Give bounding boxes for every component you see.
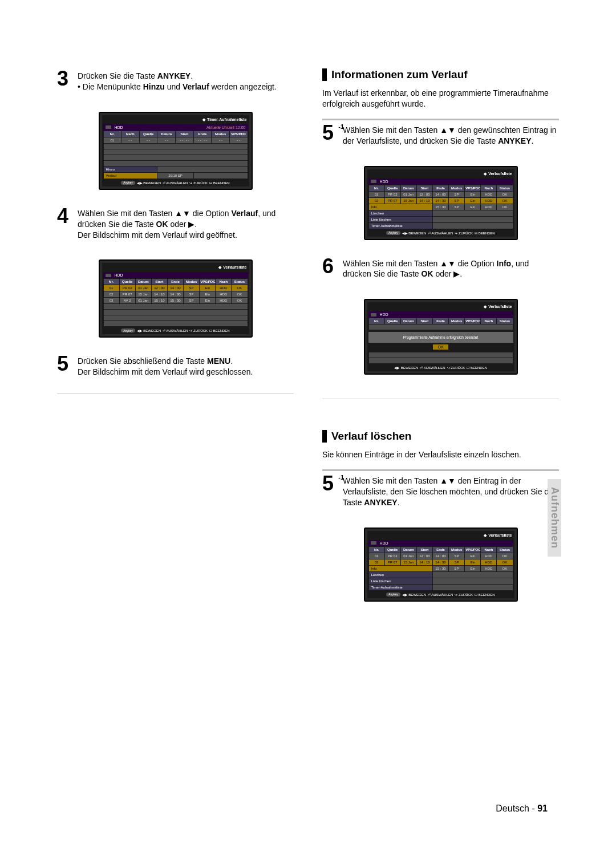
osd-history-message: Verlaufsliste HDD Nr. Quelle Datum Start… — [364, 299, 518, 375]
step-6: 6 Wählen Sie mit den Tasten ▲▼ die Optio… — [322, 256, 559, 280]
step-number: 4 — [57, 206, 74, 226]
ctx-timer-list[interactable]: Timer-Aufnahmeliste — [369, 585, 432, 590]
osd-history-list: Verlaufsliste HDD Nr. Quelle Datum Start… — [99, 259, 253, 338]
section-bar-icon — [322, 68, 327, 81]
step-5-left: 5 Drücken Sie abschließend die Taste MEN… — [57, 354, 294, 378]
step-text: Wählen Sie mit den Tasten ▲▼ den Eintrag… — [343, 473, 559, 508]
step-text: Drücken Sie abschließend die Taste MENU.… — [78, 354, 253, 378]
step-3: 3 Drücken Sie die Taste ANYKEY. • Die Me… — [57, 68, 294, 92]
osd-history-context-info: Verlaufsliste HDD Nr. Quelle Datum Start… — [364, 166, 518, 240]
step-text: Wählen Sie mit den Tasten ▲▼ den gewünsc… — [343, 123, 559, 147]
hdd-icon — [371, 313, 376, 317]
info-message: Programmierte Aufnahme erfolgreich beend… — [368, 332, 513, 343]
step-number: 3 — [57, 68, 74, 89]
page-footer: Deutsch - 91 — [496, 804, 548, 814]
menu-verlauf[interactable]: Verlauf — [104, 173, 157, 178]
step-number: 6 — [322, 256, 339, 277]
section-header-delete: Verlauf löschen — [322, 430, 559, 443]
hdd-icon — [371, 541, 376, 545]
osd-timer-list: Timer-Aufnahmeliste HDDAktuelle Uhrzeit … — [99, 112, 253, 190]
ctx-info[interactable]: Info — [369, 566, 432, 571]
section-bar-icon — [322, 430, 327, 443]
screen-title: Timer-Aufnahmeliste — [202, 117, 247, 122]
left-column: 3 Drücken Sie die Taste ANYKEY. • Die Me… — [57, 68, 294, 618]
step-number: 5-1 — [322, 123, 339, 143]
hdd-icon — [106, 125, 111, 129]
ctx-timer-list[interactable]: Timer-Aufnahmeliste — [369, 223, 432, 229]
side-tab: Aufnehmen — [548, 479, 561, 557]
step-number: 5-1 — [322, 473, 339, 494]
step-4: 4 Wählen Sie mit den Tasten ▲▼ die Optio… — [57, 206, 294, 241]
hdd-icon — [106, 274, 111, 277]
step-text: Wählen Sie mit den Tasten ▲▼ die Option … — [78, 206, 294, 241]
anykey-pill: Anykey — [121, 181, 135, 185]
step-text: Drücken Sie die Taste ANYKEY. • Die Menü… — [78, 68, 277, 92]
step-5-1b: 5-1 Wählen Sie mit den Tasten ▲▼ den Ein… — [322, 473, 559, 508]
ctx-info[interactable]: Info — [369, 204, 432, 210]
right-column: Informationen zum Verlauf Im Verlauf ist… — [322, 68, 559, 618]
ok-button[interactable]: OK — [433, 344, 448, 350]
step-5-1a: 5-1 Wählen Sie mit den Tasten ▲▼ den gew… — [322, 123, 559, 147]
ctx-loeschen[interactable]: Löschen — [369, 210, 432, 216]
ctx-liste-loeschen[interactable]: Liste löschen — [369, 578, 432, 584]
section-header-info: Informationen zum Verlauf — [322, 68, 559, 81]
ctx-liste-loeschen[interactable]: Liste löschen — [369, 217, 432, 222]
step-number: 5 — [57, 354, 74, 374]
ctx-loeschen[interactable]: Löschen — [369, 572, 432, 578]
menu-hinzu[interactable]: Hinzu — [104, 167, 157, 172]
hdd-icon — [371, 180, 376, 183]
osd-history-context-delete: Verlaufsliste HDD Nr. Quelle Datum Start… — [364, 528, 518, 602]
step-text: Wählen Sie mit den Tasten ▲▼ die Option … — [343, 256, 559, 280]
